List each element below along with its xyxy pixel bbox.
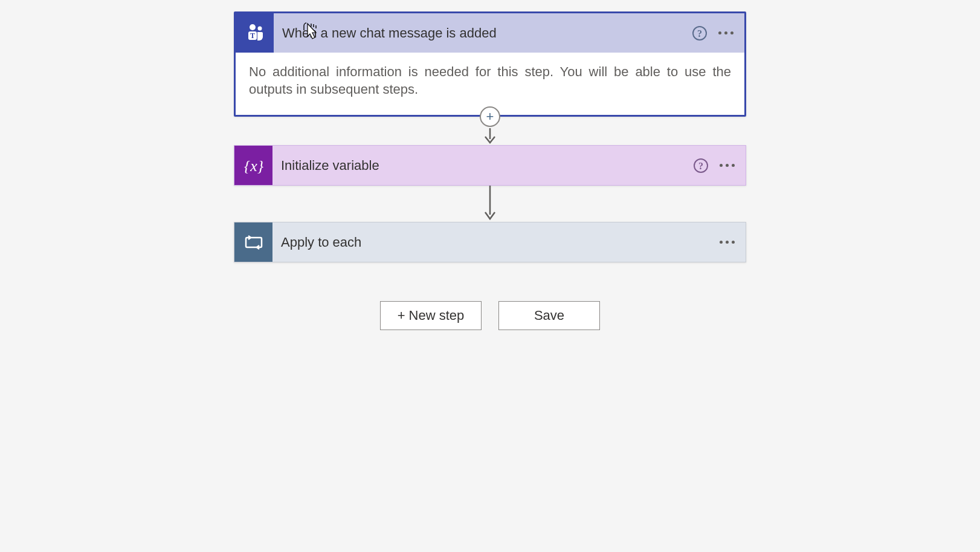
trigger-body: No additional information is needed for … (236, 53, 744, 115)
variable-icon: {x} (234, 146, 272, 185)
loop-icon (234, 222, 272, 262)
apply-actions (720, 241, 746, 244)
apply-step-header[interactable]: Apply to each (234, 222, 746, 262)
apply-step-card[interactable]: Apply to each (234, 222, 746, 262)
variable-step-header[interactable]: {x} Initialize variable ? (234, 146, 746, 185)
apply-title-area: Apply to each (272, 222, 720, 262)
variable-actions: ? (693, 158, 746, 174)
more-icon[interactable] (720, 241, 735, 244)
svg-text:T: T (250, 31, 254, 40)
variable-title: Initialize variable (281, 158, 379, 174)
teams-icon: T (236, 13, 274, 53)
save-button[interactable]: Save (498, 301, 600, 330)
trigger-body-text: No additional information is needed for … (249, 63, 731, 98)
plus-icon: + (486, 110, 494, 123)
trigger-step-card[interactable]: T When a new chat message is added ? N (234, 11, 746, 117)
svg-text:?: ? (698, 161, 703, 171)
trigger-step-header[interactable]: T When a new chat message is added ? (236, 13, 744, 53)
help-icon[interactable]: ? (693, 158, 709, 174)
help-icon[interactable]: ? (692, 25, 708, 41)
arrow-down-icon (483, 186, 497, 222)
flow-canvas: T When a new chat message is added ? N (0, 0, 980, 330)
new-step-button[interactable]: + New step (380, 301, 482, 330)
variable-step-card[interactable]: {x} Initialize variable ? (234, 145, 746, 186)
svg-point-0 (250, 24, 256, 30)
connector-arrow (483, 186, 497, 222)
arrow-down-icon (483, 128, 497, 145)
trigger-actions: ? (692, 25, 744, 41)
variable-title-area: Initialize variable (272, 146, 693, 185)
apply-title: Apply to each (281, 235, 361, 250)
svg-text:?: ? (697, 28, 702, 39)
more-icon[interactable] (718, 31, 733, 34)
more-icon[interactable] (720, 164, 735, 167)
svg-text:{x}: {x} (243, 157, 263, 175)
trigger-title-area: When a new chat message is added (274, 13, 692, 53)
bottom-actions: + New step Save (380, 301, 600, 330)
connector-plus: + (480, 117, 500, 145)
add-step-inline-button[interactable]: + (480, 106, 500, 127)
svg-point-1 (257, 26, 262, 30)
trigger-title: When a new chat message is added (282, 25, 497, 41)
